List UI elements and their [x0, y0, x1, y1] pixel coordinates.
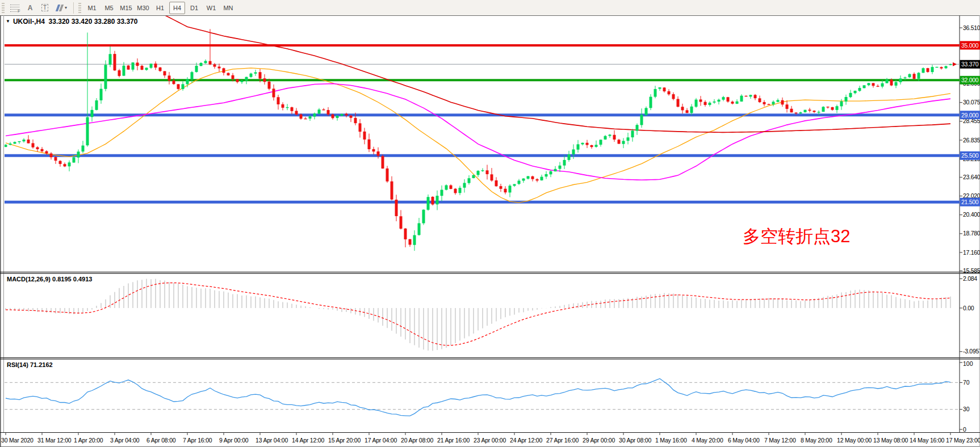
svg-text:26.835: 26.835 — [963, 137, 980, 144]
svg-text:-3.0957: -3.0957 — [963, 348, 980, 355]
timeframe-button-m1[interactable]: M1 — [84, 2, 100, 14]
svg-text:0: 0 — [963, 426, 966, 433]
svg-text:21.500: 21.500 — [961, 199, 979, 205]
chevron-down-icon: ▾ — [65, 5, 67, 10]
fibonacci-icon: F — [10, 5, 19, 11]
text-label-icon: A — [28, 4, 33, 12]
svg-text:7 May 12:00: 7 May 12:00 — [764, 437, 796, 444]
timeframe-button-h1[interactable]: H1 — [152, 2, 168, 14]
chart-window[interactable]: 36.51031.69530.07528.45526.83525.21523.6… — [0, 15, 980, 447]
svg-text:18.780: 18.780 — [963, 230, 980, 237]
text-box-icon: T — [41, 4, 48, 11]
svg-text:14 May 16:00: 14 May 16:00 — [910, 437, 945, 444]
timeframe-button-m15[interactable]: M15 — [118, 2, 134, 14]
svg-text:1 Apr 20:00: 1 Apr 20:00 — [74, 437, 103, 444]
svg-text:23.640: 23.640 — [963, 174, 980, 180]
symbol-title: ▼UKOil-,H4 33.320 33.420 33.280 33.370 — [6, 18, 137, 26]
svg-text:20.400: 20.400 — [963, 211, 980, 218]
toolbar: FAT▾ M1M5M15M30H1H4D1W1MN — [0, 0, 980, 16]
timeframe-button-mn[interactable]: MN — [220, 2, 236, 14]
svg-text:70: 70 — [963, 379, 970, 386]
svg-text:4 May 20:00: 4 May 20:00 — [692, 437, 723, 444]
svg-text:6 May 04:00: 6 May 04:00 — [728, 437, 760, 444]
svg-text:21 Apr 16:00: 21 Apr 16:00 — [437, 437, 470, 444]
svg-text:12 May 00:00: 12 May 00:00 — [837, 437, 872, 444]
svg-text:17 May 23:00: 17 May 23:00 — [946, 437, 980, 444]
crayons-icon — [56, 5, 64, 11]
svg-text:29 Apr 00:00: 29 Apr 00:00 — [583, 437, 615, 444]
svg-text:6 Apr 08:00: 6 Apr 08:00 — [146, 437, 176, 444]
svg-text:36.510: 36.510 — [963, 24, 980, 31]
svg-text:14 Apr 12:00: 14 Apr 12:00 — [292, 437, 325, 444]
toolbar-separator — [73, 2, 74, 14]
svg-text:31 Mar 12:00: 31 Mar 12:00 — [37, 437, 72, 444]
svg-text:7 Apr 16:00: 7 Apr 16:00 — [183, 437, 212, 444]
svg-text:0.00: 0.00 — [963, 305, 974, 311]
timeframe-button-w1[interactable]: W1 — [203, 2, 219, 14]
rsi-label: RSI(14) 71.2162 — [7, 361, 53, 368]
text-label-tool[interactable]: A — [23, 2, 37, 14]
timeframe-toolbar-grip[interactable] — [78, 3, 81, 13]
annotation-text: 多空转折点32 — [743, 227, 850, 246]
svg-text:35.000: 35.000 — [961, 42, 979, 49]
symbol-dropdown-icon[interactable]: ▼ — [6, 19, 10, 24]
svg-text:1 May 16:00: 1 May 16:00 — [655, 437, 687, 444]
timeframe-button-m30[interactable]: M30 — [135, 2, 151, 14]
svg-text:15 Apr 20:00: 15 Apr 20:00 — [328, 437, 361, 444]
svg-text:9 Apr 00:00: 9 Apr 00:00 — [219, 437, 249, 444]
fibonacci-tool[interactable]: F — [7, 2, 22, 14]
svg-text:30 Mar 2020: 30 Mar 2020 — [1, 437, 33, 444]
svg-text:33.370: 33.370 — [961, 61, 979, 68]
svg-text:30 Apr 08:00: 30 Apr 08:00 — [619, 437, 652, 444]
timeframe-button-m5[interactable]: M5 — [101, 2, 117, 14]
svg-text:15.585: 15.585 — [963, 267, 980, 274]
macd-label: MACD(12,26,9) 0.8195 0.4913 — [7, 276, 92, 282]
svg-text:24 Apr 12:00: 24 Apr 12:00 — [510, 437, 543, 444]
svg-text:13 May 08:00: 13 May 08:00 — [873, 437, 908, 444]
svg-text:17.160: 17.160 — [963, 249, 980, 256]
svg-text:8 May 20:00: 8 May 20:00 — [801, 437, 832, 444]
svg-text:13 Apr 04:00: 13 Apr 04:00 — [256, 437, 288, 444]
timeframe-button-d1[interactable]: D1 — [186, 2, 202, 14]
text-box-tool[interactable]: T — [38, 2, 52, 14]
drawing-tools[interactable]: ▾ — [53, 2, 70, 14]
toolbar-grip[interactable] — [2, 3, 5, 13]
quote-line: UKOil-,H4 33.320 33.420 33.280 33.370 — [13, 18, 138, 26]
svg-text:30: 30 — [963, 406, 970, 412]
timeframe-button-h4[interactable]: H4 — [169, 2, 185, 14]
svg-text:32.000: 32.000 — [961, 77, 979, 83]
svg-text:25.500: 25.500 — [961, 152, 979, 159]
svg-text:3 Apr 04:00: 3 Apr 04:00 — [110, 437, 140, 444]
svg-text:23 Apr 00:00: 23 Apr 00:00 — [474, 437, 506, 444]
svg-text:29.000: 29.000 — [961, 112, 979, 119]
svg-text:17 Apr 04:00: 17 Apr 04:00 — [365, 437, 397, 444]
svg-text:100: 100 — [963, 360, 973, 367]
svg-text:20 Apr 08:00: 20 Apr 08:00 — [401, 437, 434, 444]
mt4-terminal: FAT▾ M1M5M15M30H1H4D1W1MN 36.51031.69530… — [0, 0, 980, 447]
svg-text:30.075: 30.075 — [963, 99, 980, 106]
svg-text:27 Apr 16:00: 27 Apr 16:00 — [546, 437, 579, 444]
svg-text:2.084: 2.084 — [963, 275, 977, 282]
